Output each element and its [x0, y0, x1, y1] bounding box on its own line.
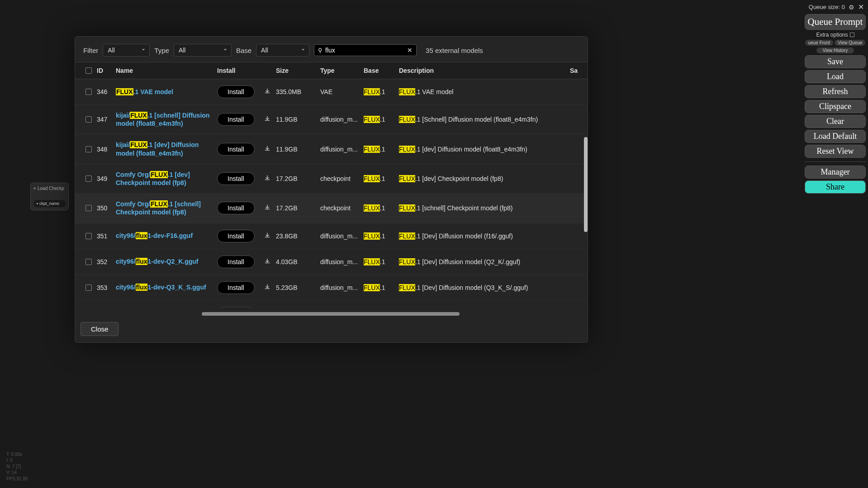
install-button[interactable]: Install [217, 230, 255, 242]
row-desc: FLUX.1 [Schnell] Diffusion model (float8… [399, 116, 570, 123]
row-name[interactable]: kijai/FLUX.1 [dev] Diffusion model (floa… [116, 141, 217, 157]
view-history-button[interactable]: View History [816, 47, 854, 53]
row-checkbox[interactable] [85, 233, 92, 239]
share-button[interactable]: Share [805, 180, 866, 194]
base-select[interactable]: All [256, 44, 309, 57]
col-id[interactable]: ID [97, 67, 116, 74]
table-row[interactable]: 346 FLUX.1 VAE model Install 335.0MB VAE… [75, 79, 588, 105]
search-wrap: ⚲ ✕ [314, 44, 417, 56]
row-name[interactable]: FLUX.1 VAE model [116, 88, 217, 96]
refresh-button[interactable]: Refresh [805, 85, 866, 98]
col-size[interactable]: Size [276, 67, 320, 74]
clipspace-button[interactable]: Clipspace [805, 100, 866, 113]
row-desc: FLUX.1 [Dev] Diffusion model (Q2_K/.gguf… [399, 258, 570, 265]
table-row[interactable]: 351 city96/flux1-dev-F16.gguf Install 23… [75, 223, 588, 249]
col-type[interactable]: Type [320, 67, 364, 74]
manager-button[interactable]: Manager [805, 166, 866, 179]
type-label: Type [154, 47, 169, 54]
col-save[interactable]: Sa [570, 67, 581, 74]
load-button[interactable]: Load [805, 70, 866, 83]
install-button[interactable]: Install [217, 202, 255, 214]
reset-view-button[interactable]: Reset View [805, 145, 866, 158]
download-icon[interactable] [260, 284, 275, 292]
row-desc: FLUX.1 [schnell] Checkpoint model (fp8) [399, 204, 570, 212]
install-button[interactable]: Install [217, 113, 255, 126]
table-row[interactable]: 347 kijai/FLUX.1 [schnell] Diffusion mod… [75, 105, 588, 134]
row-checkbox[interactable] [85, 259, 92, 265]
queue-front-button[interactable]: ueue Front [805, 40, 833, 46]
download-icon[interactable] [260, 258, 275, 266]
row-checkbox[interactable] [85, 205, 92, 211]
stat-n: N: 7 [7] [6, 464, 28, 470]
row-name[interactable]: Comfy Org/FLUX.1 [schnell] Checkpoint mo… [116, 200, 217, 216]
select-all-checkbox[interactable] [85, 67, 92, 74]
node-field[interactable]: ckpt_name [33, 200, 66, 207]
row-install-cell: Install [217, 202, 276, 214]
row-size: 5.23GB [276, 284, 320, 291]
queue-prompt-button[interactable]: Queue Prompt [805, 14, 866, 30]
install-button[interactable]: Install [217, 256, 255, 268]
row-checkbox[interactable] [85, 175, 92, 182]
filter-select[interactable]: All [103, 44, 150, 57]
type-select[interactable]: All [174, 44, 232, 57]
clear-button[interactable]: Clear [805, 115, 866, 128]
row-type: diffusion_m... [320, 146, 364, 153]
queue-top: Queue size: 0 ⚙ ✕ [805, 2, 866, 12]
table-row[interactable]: 348 kijai/FLUX.1 [dev] Diffusion model (… [75, 134, 588, 164]
load-checkpoint-node: Load Checkp ckpt_name [30, 183, 69, 210]
extra-options-checkbox[interactable] [850, 33, 854, 37]
table-row[interactable]: 349 Comfy Org/FLUX.1 [dev] Checkpoint mo… [75, 164, 588, 194]
table-row[interactable]: 353 city96/flux1-dev-Q3_K_S.gguf Install… [75, 275, 588, 301]
search-icon: ⚲ [318, 47, 323, 54]
row-checkbox[interactable] [85, 146, 92, 152]
stat-v: V: 14 [6, 469, 28, 476]
download-icon[interactable] [260, 88, 275, 96]
load-default-button[interactable]: Load Default [805, 130, 866, 143]
install-button[interactable]: Install [217, 143, 255, 156]
download-icon[interactable] [260, 115, 275, 123]
row-checkbox[interactable] [85, 116, 92, 123]
install-button[interactable]: Install [217, 85, 255, 98]
row-id: 349 [97, 175, 116, 182]
row-name[interactable]: kijai/FLUX.1 [schnell] Diffusion model (… [116, 111, 217, 128]
clear-search-icon[interactable]: ✕ [407, 47, 413, 54]
filter-select-value: All [108, 47, 115, 54]
vertical-scrollbar[interactable] [584, 137, 588, 232]
horizontal-scrollbar[interactable] [202, 312, 460, 316]
view-queue-button[interactable]: View Queue [835, 40, 865, 46]
download-icon[interactable] [260, 204, 275, 212]
model-manager-modal: Filter All Type All Base All ⚲ ✕ 35 exte… [75, 36, 588, 343]
row-name[interactable]: Comfy Org/FLUX.1 [dev] Checkpoint model … [116, 171, 217, 187]
row-id: 350 [97, 204, 116, 212]
col-base[interactable]: Base [364, 67, 399, 74]
row-desc: FLUX.1 [Dev] Diffusion model (f16/.gguf) [399, 232, 570, 240]
download-icon[interactable] [260, 175, 275, 183]
node-title: Load Checkp [33, 186, 66, 191]
install-button[interactable]: Install [217, 281, 255, 294]
row-name[interactable]: city96/flux1-dev-Q3_K_S.gguf [116, 283, 217, 291]
close-button[interactable]: Close [81, 322, 119, 336]
install-button[interactable]: Install [217, 307, 255, 308]
table-row[interactable]: 352 city96/flux1-dev-Q2_K.gguf Install 4… [75, 249, 588, 275]
table-row[interactable]: 354 city96/flux1-dev- Install 6.79GB dif… [75, 301, 588, 308]
col-install[interactable]: Install [217, 67, 276, 74]
divider [805, 161, 866, 162]
col-desc[interactable]: Description [399, 67, 570, 74]
close-icon[interactable]: ✕ [858, 3, 864, 11]
row-base: FLUX.1 [364, 204, 399, 212]
row-name[interactable]: city96/flux1-dev-F16.gguf [116, 232, 217, 240]
pill-row-2: View History [805, 47, 866, 53]
col-name[interactable]: Name [116, 67, 217, 74]
row-install-cell: Install [217, 256, 276, 268]
row-size: 4.03GB [276, 258, 320, 265]
row-checkbox[interactable] [85, 284, 92, 291]
gear-icon[interactable]: ⚙ [849, 4, 854, 11]
table-row[interactable]: 350 Comfy Org/FLUX.1 [schnell] Checkpoin… [75, 194, 588, 223]
save-button[interactable]: Save [805, 55, 866, 68]
search-input[interactable] [325, 47, 404, 54]
download-icon[interactable] [260, 232, 275, 240]
row-name[interactable]: city96/flux1-dev-Q2_K.gguf [116, 257, 217, 265]
row-checkbox[interactable] [85, 89, 92, 95]
install-button[interactable]: Install [217, 172, 255, 185]
download-icon[interactable] [260, 145, 275, 153]
